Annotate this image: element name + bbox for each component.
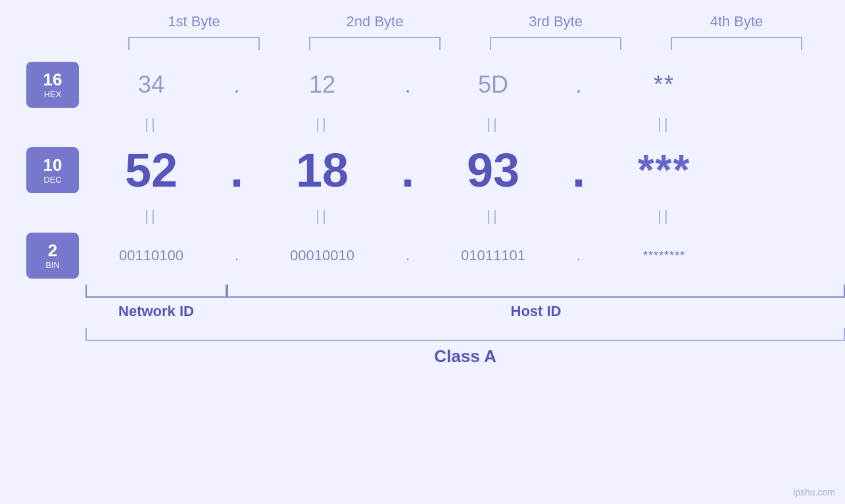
dec-dot3: . [559, 143, 598, 197]
byte1-header: 1st Byte [128, 13, 260, 30]
sep2-b4: || [598, 208, 730, 225]
bin-b3-cell: 01011101 [427, 229, 559, 282]
byte4-header: 4th Byte [671, 13, 802, 30]
hex-dot2: . [388, 71, 427, 99]
base-labels-column: 16 HEX 10 DEC 2 BIN [0, 58, 85, 282]
sep1-b1: || [85, 116, 217, 133]
dec-b4-value: *** [638, 146, 691, 195]
byte-headers: 1st Byte 2nd Byte 3rd Byte 4th Byte [104, 13, 827, 30]
sep1-b3: || [427, 116, 559, 133]
dec-num: 10 [43, 156, 62, 175]
hex-b3-cell: 5D [427, 58, 559, 111]
class-label: Class A [85, 346, 845, 367]
hex-dot3: . [559, 71, 598, 99]
hex-dot1: . [217, 71, 256, 99]
bin-b4-value: ******** [643, 249, 685, 263]
hex-b3-value: 5D [478, 71, 508, 99]
hex-b1-value: 34 [138, 71, 164, 99]
host-id-bracket [227, 285, 845, 298]
sep-spacer-1 [26, 111, 85, 137]
sep2-b1: || [85, 208, 217, 225]
main-container: 1st Byte 2nd Byte 3rd Byte 4th Byte 16 H… [0, 0, 845, 504]
bin-num: 2 [48, 241, 57, 260]
bin-dot2: . [388, 247, 427, 264]
bin-dot3: . [559, 247, 598, 264]
bracket-4 [671, 37, 802, 50]
hex-b1-cell: 34 [85, 58, 217, 111]
bracket-1 [128, 37, 260, 50]
dec-b1-cell: 52 [85, 137, 217, 203]
bin-badge-row: 2 BIN [26, 229, 85, 282]
hex-b2-value: 12 [309, 71, 335, 99]
dec-b4-cell: *** [598, 137, 730, 203]
byte2-header: 2nd Byte [309, 13, 441, 30]
sep2-b2: || [256, 208, 388, 225]
bin-dot1: . [217, 247, 256, 264]
bin-b1-value: 00110100 [119, 247, 183, 264]
dec-dot2: . [388, 143, 427, 197]
sep-spacer-2 [26, 203, 85, 229]
bin-badge: 2 BIN [26, 233, 79, 279]
sep2-b3: || [427, 208, 559, 225]
data-rows: 34 . 12 . 5D . ** [85, 58, 845, 282]
bin-b2-cell: 00010010 [256, 229, 388, 282]
hex-b4-cell: ** [598, 58, 730, 111]
sep-row-1: || || || || [85, 111, 845, 137]
class-section: Class A [0, 328, 845, 367]
dec-data-row: 52 . 18 . 93 . *** [85, 137, 845, 203]
hex-b4-value: ** [654, 71, 675, 99]
bin-b4-cell: ******** [598, 229, 730, 282]
bottom-brackets-container: Network ID Host ID [85, 285, 845, 320]
dec-badge: 10 DEC [26, 147, 79, 193]
class-bracket [85, 328, 845, 341]
byte3-header: 3rd Byte [490, 13, 621, 30]
bin-data-row: 00110100 . 00010010 . 01011101 . [85, 229, 845, 282]
dec-b2-cell: 18 [256, 137, 388, 203]
bracket-2 [309, 37, 441, 50]
hex-badge-row: 16 HEX [26, 58, 85, 111]
host-id-label: Host ID [227, 303, 845, 320]
network-id-label: Network ID [85, 303, 227, 320]
dec-b1-value: 52 [125, 143, 178, 197]
dec-label: DEC [43, 175, 61, 185]
bin-b1-cell: 00110100 [85, 229, 217, 282]
bottom-bracket-area: Network ID Host ID [0, 285, 845, 320]
dec-b2-value: 18 [296, 143, 349, 197]
hex-badge: 16 HEX [26, 62, 79, 108]
dec-b3-value: 93 [467, 143, 519, 197]
dec-badge-row: 10 DEC [26, 137, 85, 203]
watermark: ipshu.com [793, 487, 835, 497]
hex-data-row: 34 . 12 . 5D . ** [85, 58, 845, 111]
network-id-bracket [85, 285, 227, 298]
bin-b3-value: 01011101 [461, 247, 525, 264]
hex-b2-cell: 12 [256, 58, 388, 111]
bracket-3 [490, 37, 621, 50]
dec-b3-cell: 93 [427, 137, 559, 203]
bin-label: BIN [45, 260, 60, 270]
sep1-b2: || [256, 116, 388, 133]
hex-num: 16 [43, 70, 62, 89]
sep-row-2: || || || || [85, 203, 845, 229]
top-brackets [104, 37, 827, 50]
sep1-b4: || [598, 116, 730, 133]
bin-b2-value: 00010010 [290, 247, 354, 264]
hex-label: HEX [44, 89, 62, 99]
dec-dot1: . [217, 143, 256, 197]
